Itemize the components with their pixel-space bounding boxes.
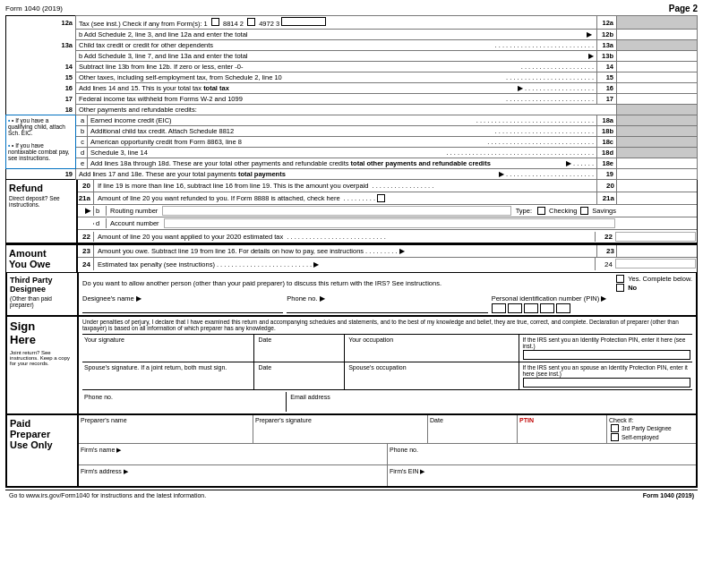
field-18e[interactable] xyxy=(617,158,698,169)
checkbox-8888[interactable] xyxy=(377,194,385,202)
firm-name-row: Firm's name ▶ Phone no. xyxy=(79,444,696,465)
field-17[interactable] xyxy=(617,94,698,105)
paid-preparer-section: Paid Preparer Use Only Preparer's name P… xyxy=(5,415,698,488)
checkbox-no[interactable] xyxy=(616,284,624,292)
line-14-row: 14 Subtract line 13b from line 12b. If z… xyxy=(6,62,698,72)
field-14[interactable] xyxy=(617,62,698,72)
checkbox-yes[interactable] xyxy=(616,275,624,283)
line-num-18c-right: 18c xyxy=(597,137,617,148)
field-18d[interactable] xyxy=(617,148,698,158)
line-num-21a: 21a xyxy=(78,192,94,204)
field-13a[interactable] xyxy=(617,40,698,51)
paid-preparer-body: Preparer's name Preparer's signature Dat… xyxy=(79,415,696,486)
third-party-title-block: Third Party Designee (Other than paid pr… xyxy=(7,273,79,315)
pin-box-4[interactable] xyxy=(540,303,554,313)
field-20[interactable] xyxy=(616,180,697,192)
yes-option: Yes. Complete below. xyxy=(614,275,692,283)
line-18e-label: Add lines 18a through 18d. These are you… xyxy=(88,158,597,169)
pin-box-1[interactable] xyxy=(492,303,506,313)
ptin-input[interactable] xyxy=(519,423,604,434)
spouse-occupation-label: Spouse's occupation xyxy=(348,364,516,371)
firm-ein-input[interactable] xyxy=(390,475,694,484)
field-13b[interactable] xyxy=(617,51,698,62)
line-13b-row: b Add Schedule 3, line 7, and line 13a a… xyxy=(6,51,698,62)
preparer-name-input[interactable] xyxy=(81,423,251,434)
email-input[interactable] xyxy=(290,400,690,410)
firm-name-input[interactable] xyxy=(81,454,385,463)
field-22[interactable] xyxy=(615,232,696,242)
line-num-22-right: 22 xyxy=(595,232,614,242)
checkbox-third-party[interactable] xyxy=(611,424,619,432)
email-label: Email address xyxy=(290,394,690,400)
field-21a[interactable] xyxy=(616,192,697,204)
your-signature-input[interactable] xyxy=(84,343,252,357)
designee-name-input[interactable] xyxy=(82,303,283,313)
phone-preparer-input[interactable] xyxy=(390,454,694,463)
main-form-table: 12a Tax (see inst.) Check if any from Fo… xyxy=(5,15,698,180)
field-18b[interactable] xyxy=(617,126,698,137)
designee-name-label: Designee's name ▶ xyxy=(82,294,283,303)
spouse-occupation-input[interactable] xyxy=(348,371,516,385)
spouse-pin-input[interactable] xyxy=(523,378,690,388)
occupation-label: Your occupation xyxy=(348,337,516,343)
preparer-sig-input[interactable] xyxy=(255,423,425,434)
check-if-field: Check if: 3rd Party Designee Self-employ… xyxy=(607,415,696,443)
phone-no-input[interactable] xyxy=(287,303,487,313)
date-field-2: Date xyxy=(256,362,345,389)
field-19[interactable] xyxy=(617,169,698,180)
field-routing[interactable] xyxy=(162,206,510,216)
checkbox-savings[interactable] xyxy=(580,207,588,215)
phone-no-sign-input[interactable] xyxy=(84,400,284,410)
pin-boxes xyxy=(492,303,692,313)
preparer-info-row: Preparer's name Preparer's signature Dat… xyxy=(79,415,696,444)
pin-box-5[interactable] xyxy=(556,303,570,313)
line-num-18b-right: 18b xyxy=(597,126,617,137)
line-15-row: 15 Other taxes, including self-employmen… xyxy=(6,72,698,83)
third-party-title: Third Party Designee xyxy=(10,276,74,294)
field-form3[interactable] xyxy=(281,17,326,26)
footer-form-name: Form 1040 (2019) xyxy=(643,492,694,499)
line-21d-row: d Account number xyxy=(78,217,697,230)
date-input-2[interactable] xyxy=(258,371,342,385)
checkbox-checking[interactable] xyxy=(537,207,545,215)
refund-lines: 20 If line 19 is more than line 16, subt… xyxy=(78,180,697,243)
spouse-signature-input[interactable] xyxy=(84,371,252,385)
preparer-date-input[interactable] xyxy=(430,423,515,434)
field-24[interactable] xyxy=(615,259,696,268)
occupation-input[interactable] xyxy=(348,343,516,357)
pin-box-3[interactable] xyxy=(524,303,538,313)
line-letter-b: b xyxy=(94,206,107,216)
firm-address-input[interactable] xyxy=(81,475,385,484)
line-20-row: 20 If line 19 is more than line 16, subt… xyxy=(78,180,697,192)
checkbox-8814[interactable] xyxy=(211,18,219,26)
refund-subtitle: Direct deposit? See instructions. xyxy=(9,195,73,208)
field-18a[interactable] xyxy=(617,115,698,126)
line-num-19: 19 xyxy=(6,169,76,180)
line-22-label: Amount of line 20 you want applied to yo… xyxy=(94,232,595,242)
signature-row-1: Your signature Date Your occupation If t… xyxy=(82,334,692,362)
field-23[interactable] xyxy=(616,245,697,257)
preparer-sig-label: Preparer's signature xyxy=(255,417,425,423)
no-option: No xyxy=(614,284,692,292)
date-input-1[interactable] xyxy=(258,343,342,357)
form-title: Form 1040 (2019) xyxy=(5,4,63,13)
line-num-17-right: 17 xyxy=(597,94,617,105)
field-18c[interactable] xyxy=(617,137,698,148)
pin-box-2[interactable] xyxy=(508,303,522,313)
field-account[interactable] xyxy=(164,218,615,228)
date-field-1: Date xyxy=(256,335,345,362)
line-12a-row: 12a Tax (see inst.) Check if any from Fo… xyxy=(6,16,698,30)
checkbox-self-employed[interactable] xyxy=(611,433,619,441)
amount-owe-title-block: Amount You Owe xyxy=(6,245,78,272)
checkbox-4972[interactable] xyxy=(247,18,255,26)
line-12a-label: Tax (see inst.) Check if any from Form(s… xyxy=(76,16,597,30)
field-18-shaded xyxy=(617,105,698,115)
field-12a[interactable] xyxy=(617,16,698,30)
line-23-label: Amount you owe. Subtract line 19 from li… xyxy=(94,245,596,257)
field-12b[interactable] xyxy=(617,30,698,40)
field-16[interactable] xyxy=(617,83,698,94)
amount-owe-title-line2: You Owe xyxy=(9,259,73,269)
identity-pin-input[interactable] xyxy=(523,350,690,360)
field-15[interactable] xyxy=(617,72,698,83)
spouse-occupation-field: Spouse's occupation xyxy=(347,362,519,389)
